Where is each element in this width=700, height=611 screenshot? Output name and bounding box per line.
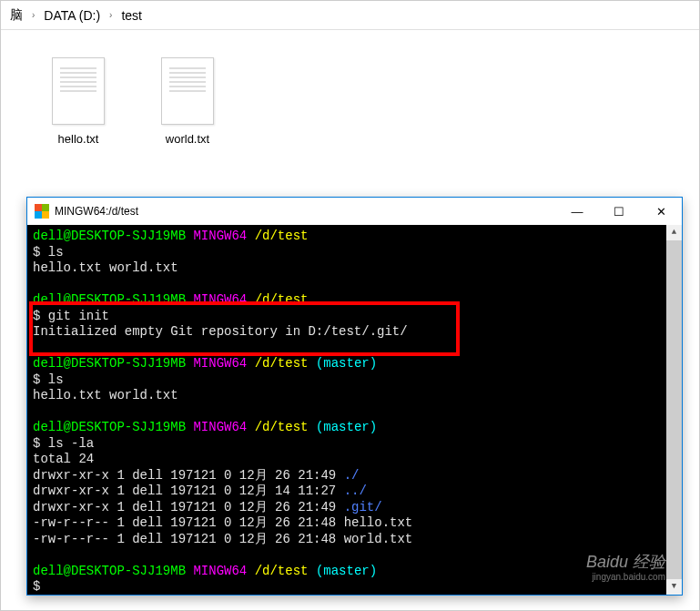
prompt-user: dell@DESKTOP-SJJ19MB (33, 420, 186, 434)
minimize-button[interactable]: — (556, 198, 598, 225)
terminal-line: total 24 (33, 452, 676, 468)
terminal-line: $ (33, 579, 676, 595)
prompt-path: /d/test (255, 292, 309, 307)
file-list: hello.txt world.txt (1, 30, 699, 173)
scroll-up-icon[interactable]: ▲ (666, 225, 682, 240)
watermark: Baidu 经验 jingyan.baidu.com (586, 554, 665, 582)
terminal-line: $ ls (33, 372, 676, 389)
terminal-window: MINGW64:/d/test — ☐ ✕ dell@DESKTOP-SJJ19… (26, 197, 683, 596)
prompt-path: /d/test (255, 229, 309, 243)
prompt-host: MINGW64 (193, 292, 247, 307)
text-file-icon (52, 57, 105, 125)
prompt-host: MINGW64 (193, 564, 247, 578)
terminal-line: drwxr-xr-x 1 dell 197121 0 12月 14 11:27 … (33, 484, 676, 500)
prompt-user: dell@DESKTOP-SJJ19MB (33, 356, 186, 371)
scrollbar-thumb[interactable] (666, 240, 682, 579)
prompt-user: dell@DESKTOP-SJJ19MB (33, 564, 186, 578)
terminal-line: $ ls (33, 245, 676, 261)
breadcrumb[interactable]: 脑 › DATA (D:) › test (1, 1, 699, 30)
prompt-branch: (master) (316, 564, 377, 578)
prompt-path: /d/test (255, 356, 309, 371)
maximize-button[interactable]: ☐ (598, 198, 640, 225)
titlebar[interactable]: MINGW64:/d/test — ☐ ✕ (27, 198, 682, 225)
terminal-line: Initialized empty Git repository in D:/t… (33, 324, 676, 341)
prompt-host: MINGW64 (193, 356, 247, 371)
chevron-right-icon: › (109, 10, 112, 20)
close-button[interactable]: ✕ (640, 198, 682, 225)
terminal-line: $ ls -la (33, 436, 676, 453)
prompt-branch: (master) (316, 420, 377, 434)
prompt-user: dell@DESKTOP-SJJ19MB (33, 229, 186, 243)
file-item[interactable]: world.txt (147, 57, 228, 146)
prompt-host: MINGW64 (193, 420, 247, 434)
breadcrumb-seg[interactable]: 脑 (10, 7, 23, 24)
window-title: MINGW64:/d/test (55, 205, 138, 218)
breadcrumb-seg[interactable]: test (121, 8, 142, 23)
chevron-right-icon: › (32, 10, 35, 20)
prompt-path: /d/test (255, 420, 309, 434)
git-bash-icon (35, 204, 49, 219)
breadcrumb-seg[interactable]: DATA (D:) (44, 8, 100, 23)
prompt-host: MINGW64 (193, 229, 247, 243)
terminal-line: drwxr-xr-x 1 dell 197121 0 12月 26 21:49 … (33, 500, 676, 516)
terminal-body[interactable]: dell@DESKTOP-SJJ19MB MINGW64 /d/test $ l… (27, 225, 682, 595)
scroll-down-icon[interactable]: ▼ (666, 579, 682, 595)
file-name: world.txt (166, 132, 209, 146)
prompt-branch: (master) (316, 356, 377, 371)
terminal-line: -rw-r--r-- 1 dell 197121 0 12月 26 21:48 … (33, 532, 676, 548)
terminal-line: hello.txt world.txt (33, 260, 676, 277)
prompt-user: dell@DESKTOP-SJJ19MB (33, 292, 186, 307)
terminal-line: -rw-r--r-- 1 dell 197121 0 12月 26 21:48 … (33, 515, 676, 532)
file-item[interactable]: hello.txt (37, 57, 119, 146)
scrollbar[interactable]: ▲ ▼ (666, 225, 682, 595)
prompt-path: /d/test (255, 564, 309, 578)
terminal-line: hello.txt world.txt (33, 388, 676, 404)
file-name: hello.txt (58, 132, 99, 146)
text-file-icon (161, 57, 214, 125)
terminal-line: drwxr-xr-x 1 dell 197121 0 12月 26 21:49 … (33, 468, 676, 484)
terminal-line: $ git init (33, 309, 676, 325)
